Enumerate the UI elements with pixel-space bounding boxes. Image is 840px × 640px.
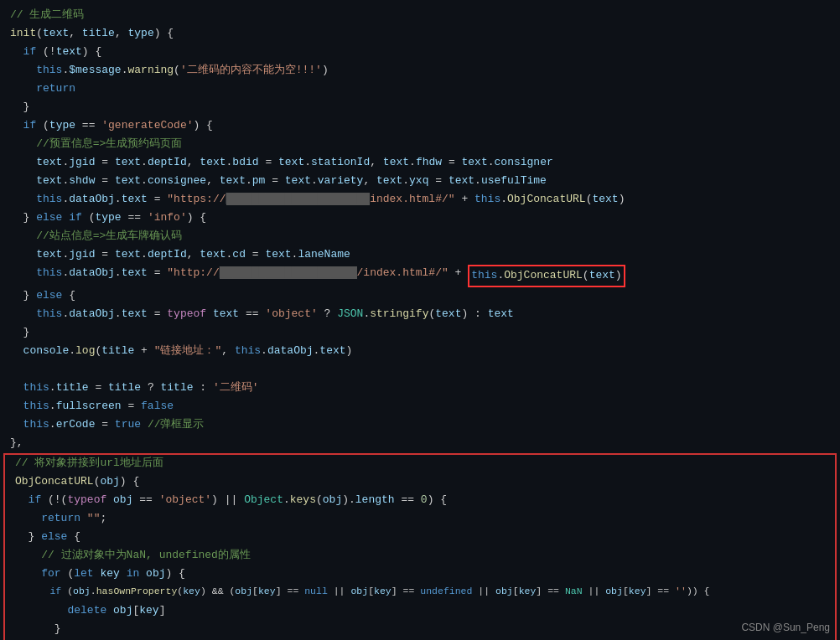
code-line-31: for (let key in obj) { [5,565,835,584]
code-line-32: if (obj.hasOwnProperty(key) && (obj[key]… [5,584,835,602]
code-line-6: } [0,99,840,117]
code-line-25: // 将对象拼接到url地址后面 [5,455,835,473]
code-line-15: this.dataObj.text = "http://████████████… [0,265,840,287]
code-line-13: //站点信息=>生成车牌确认码 [0,228,840,246]
code-line-22: this.fullscreen = false [0,398,840,416]
code-line-1: // 生成二维码 [0,7,840,25]
code-line-14: text.jgid = text.deptId, text.cd = text.… [0,246,840,265]
red-bordered-section: // 将对象拼接到url地址后面 ObjConcatURL(obj) { if … [3,453,837,640]
code-line-27: if (!(typeof obj == 'object') || Object.… [5,492,835,510]
code-line-11: this.dataObj.text = "https://███████████… [0,191,840,209]
code-line-8: //预置信息=>生成预约码页面 [0,136,840,154]
code-line-3: if (!text) { [0,44,840,62]
code-line-19: console.log(title + "链接地址：", this.dataOb… [0,343,840,361]
code-line-29: } else { [5,529,835,547]
code-line-18: } [0,324,840,343]
highlight-box: this.ObjConcatURL(text) [468,265,625,287]
csdn-watermark: CSDN @Sun_Peng [741,622,830,633]
code-line-12: } else if (type == 'info') { [0,209,840,228]
code-line-16: } else { [0,287,840,306]
code-line-10: text.shdw = text.consignee, text.pm = te… [0,173,840,191]
code-line-34: } [5,621,835,639]
code-line-28: return ""; [5,510,835,529]
code-line-7: if (type == 'generateCode') { [0,117,840,136]
code-line-4: this.$message.warning('二维码的内容不能为空!!!') [0,62,840,80]
code-line-17: this.dataObj.text = typeof text == 'obje… [0,306,840,324]
code-line-30: // 过滤对象中为NaN, undefined的属性 [5,547,835,565]
code-line-9: text.jgid = text.deptId, text.bdid = tex… [0,154,840,173]
code-line-26: ObjConcatURL(obj) { [5,473,835,492]
code-line-33: delete obj[key] [5,602,835,621]
code-line-21: this.title = title ? title : '二维码' [0,379,840,398]
code-line-23: this.erCode = true //弹框显示 [0,416,840,435]
code-line-2: init(text, title, type) { [0,25,840,44]
code-editor: // 生成二维码 init(text, title, type) { if (!… [0,0,840,640]
code-line-24: }, [0,435,840,453]
code-line-5: return [0,80,840,99]
code-line-20 [0,361,840,379]
